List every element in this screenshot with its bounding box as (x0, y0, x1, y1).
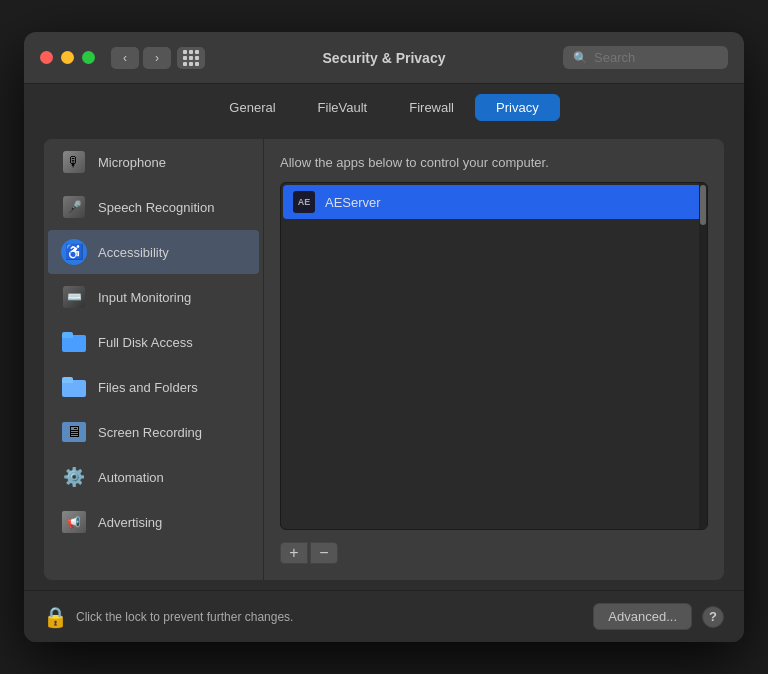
sidebar-item-accessibility[interactable]: ♿ Accessibility (48, 230, 259, 274)
sidebar-item-label: Full Disk Access (98, 335, 193, 350)
sidebar-item-files-folders[interactable]: Files and Folders (48, 365, 259, 409)
sidebar-item-label: Speech Recognition (98, 200, 214, 215)
folder-icon (60, 328, 88, 356)
window-title: Security & Privacy (323, 50, 446, 66)
search-input[interactable] (594, 50, 718, 65)
list-buttons: + − (280, 542, 708, 564)
scrollbar-thumb (700, 185, 706, 225)
minimize-button[interactable] (61, 51, 74, 64)
sidebar-item-label: Advertising (98, 515, 162, 530)
footer-text: Click the lock to prevent further change… (76, 610, 583, 624)
title-bar: ‹ › Security & Privacy 🔍 (24, 32, 744, 84)
maximize-button[interactable] (82, 51, 95, 64)
add-app-button[interactable]: + (280, 542, 308, 564)
app-list-item[interactable]: AE AEServer (283, 185, 705, 219)
sidebar-item-speech-recognition[interactable]: 🎤 Speech Recognition (48, 185, 259, 229)
traffic-lights (40, 51, 95, 64)
content-panel: 🎙 Microphone 🎤 Speech Recognition ♿ Acce… (44, 139, 724, 580)
close-button[interactable] (40, 51, 53, 64)
mic-icon: 🎙 (60, 148, 88, 176)
screen-icon: 🖥 (60, 418, 88, 446)
search-box[interactable]: 🔍 (563, 46, 728, 69)
remove-app-button[interactable]: − (310, 542, 338, 564)
scrollbar-track[interactable] (699, 183, 707, 529)
sidebar-item-screen-recording[interactable]: 🖥 Screen Recording (48, 410, 259, 454)
grid-icon (183, 50, 199, 66)
input-icon: ⌨️ (60, 283, 88, 311)
app-icon: AE (293, 191, 315, 213)
app-list[interactable]: AE AEServer (281, 183, 707, 529)
forward-button[interactable]: › (143, 47, 171, 69)
sidebar-item-label: Files and Folders (98, 380, 198, 395)
nav-buttons: ‹ › (111, 47, 171, 69)
ad-icon: 📢 (60, 508, 88, 536)
tab-privacy[interactable]: Privacy (475, 94, 560, 121)
sidebar-item-full-disk-access[interactable]: Full Disk Access (48, 320, 259, 364)
app-list-container: AE AEServer (280, 182, 708, 530)
main-content: 🎙 Microphone 🎤 Speech Recognition ♿ Acce… (24, 129, 744, 590)
files-icon (60, 373, 88, 401)
sidebar-item-automation[interactable]: ⚙️ Automation (48, 455, 259, 499)
sidebar-item-label: Microphone (98, 155, 166, 170)
sidebar-item-input-monitoring[interactable]: ⌨️ Input Monitoring (48, 275, 259, 319)
sidebar-item-advertising[interactable]: 📢 Advertising (48, 500, 259, 544)
panel-description: Allow the apps below to control your com… (280, 155, 708, 170)
sidebar-item-label: Automation (98, 470, 164, 485)
advanced-button[interactable]: Advanced... (593, 603, 692, 630)
speech-icon: 🎤 (60, 193, 88, 221)
gear-icon: ⚙️ (60, 463, 88, 491)
main-window: ‹ › Security & Privacy 🔍 General FileVau… (24, 32, 744, 642)
sidebar-item-label: Input Monitoring (98, 290, 191, 305)
sidebar-item-label: Screen Recording (98, 425, 202, 440)
sidebar-item-microphone[interactable]: 🎙 Microphone (48, 140, 259, 184)
lock-icon[interactable]: 🔒 (44, 604, 66, 630)
accessibility-icon: ♿ (60, 238, 88, 266)
tab-general[interactable]: General (208, 94, 296, 121)
back-button[interactable]: ‹ (111, 47, 139, 69)
sidebar-item-label: Accessibility (98, 245, 169, 260)
help-button[interactable]: ? (702, 606, 724, 628)
footer: 🔒 Click the lock to prevent further chan… (24, 590, 744, 642)
tab-bar: General FileVault Firewall Privacy (24, 84, 744, 129)
search-icon: 🔍 (573, 51, 588, 65)
tab-firewall[interactable]: Firewall (388, 94, 475, 121)
sidebar: 🎙 Microphone 🎤 Speech Recognition ♿ Acce… (44, 139, 264, 580)
tab-filevault[interactable]: FileVault (297, 94, 389, 121)
grid-menu-button[interactable] (177, 47, 205, 69)
ae-icon: AE (293, 191, 315, 213)
app-name: AEServer (325, 195, 381, 210)
right-panel: Allow the apps below to control your com… (264, 139, 724, 580)
